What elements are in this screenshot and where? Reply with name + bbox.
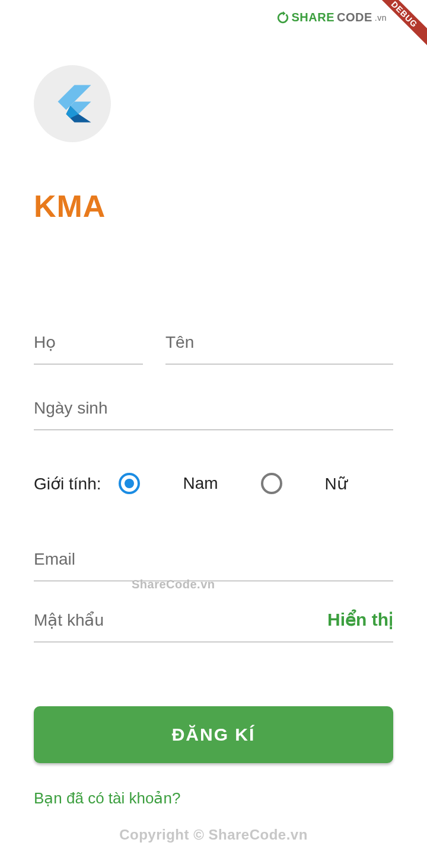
watermark-share: SHARE — [292, 11, 335, 24]
show-password-toggle[interactable]: Hiển thị — [318, 609, 393, 630]
gender-female-label: Nữ — [325, 474, 348, 494]
gender-male-label: Nam — [183, 474, 218, 493]
gender-radio-female[interactable] — [261, 473, 282, 494]
dob-input[interactable] — [34, 389, 393, 430]
gender-radio-male[interactable] — [119, 473, 140, 494]
gender-label: Giới tính: — [34, 474, 101, 494]
register-button[interactable]: ĐĂNG KÍ — [34, 706, 393, 763]
app-logo — [34, 65, 111, 142]
flutter-icon — [52, 83, 93, 124]
app-title: KMA — [34, 188, 393, 224]
sharecode-swirl-icon — [276, 11, 289, 24]
first-name-field-wrapper — [165, 319, 393, 364]
gender-row: Giới tính: Nam Nữ — [34, 473, 393, 494]
sharecode-watermark-top: SHARECODE.vn — [276, 11, 387, 24]
first-name-input[interactable] — [165, 324, 393, 364]
already-have-account-link[interactable]: Bạn đã có tài khoản? — [34, 789, 180, 808]
last-name-input[interactable] — [34, 324, 143, 364]
signup-form: Giới tính: Nam Nữ Hiển thị ĐĂNG KÍ Bạn đ… — [34, 319, 393, 808]
sharecode-watermark-footer: Copyright © ShareCode.vn — [0, 827, 427, 843]
password-field-wrapper: Hiển thị — [34, 601, 393, 642]
email-input[interactable] — [34, 540, 393, 581]
watermark-vn: .vn — [375, 13, 387, 23]
watermark-code: CODE — [337, 11, 372, 24]
password-input[interactable] — [34, 601, 318, 630]
dob-field-wrapper — [34, 385, 393, 430]
sharecode-watermark-center: ShareCode.vn — [132, 578, 215, 591]
email-field-wrapper — [34, 536, 393, 581]
last-name-field-wrapper — [34, 319, 143, 364]
